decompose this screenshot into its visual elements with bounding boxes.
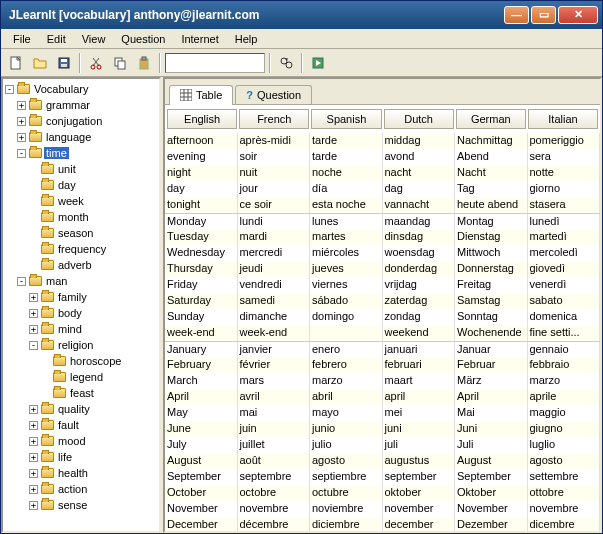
tree-toggle-icon[interactable]: + (29, 293, 38, 302)
tree-node-day[interactable]: day (5, 177, 157, 193)
tree-toggle-icon[interactable]: + (29, 405, 38, 414)
tree-toggle-icon[interactable]: + (29, 437, 38, 446)
table-row[interactable]: dayjourdíadagTaggiorno (165, 181, 600, 197)
tree-node-frequency[interactable]: frequency (5, 241, 157, 257)
tree-node-body[interactable]: +body (5, 305, 157, 321)
table-row[interactable]: OctoberoctobreoctubreoktoberOktoberottob… (165, 485, 600, 501)
tree-root[interactable]: -Vocabulary (5, 81, 157, 97)
column-header-english[interactable]: English (167, 109, 237, 129)
tree-node-conjugation[interactable]: +conjugation (5, 113, 157, 129)
tree-node-sense[interactable]: +sense (5, 497, 157, 513)
find-button[interactable] (275, 52, 297, 74)
tree-toggle-icon[interactable]: + (29, 325, 38, 334)
column-header-spanish[interactable]: Spanish (311, 109, 381, 129)
tree-toggle-icon[interactable]: - (17, 149, 26, 158)
vocabulary-table[interactable]: EnglishFrenchSpanishDutchGermanItalian a… (165, 105, 600, 531)
tree-node-horoscope[interactable]: horoscope (5, 353, 157, 369)
tree-node-life[interactable]: +life (5, 449, 157, 465)
tree-toggle-icon[interactable]: + (17, 101, 26, 110)
menu-help[interactable]: Help (227, 31, 266, 47)
table-row[interactable]: NovembernovembrenoviembrenovemberNovembe… (165, 501, 600, 517)
tree-toggle-icon[interactable]: - (29, 341, 38, 350)
new-button[interactable] (5, 52, 27, 74)
tree-sidebar[interactable]: -Vocabulary+grammar+conjugation+language… (1, 77, 161, 533)
tree-toggle-icon[interactable]: + (17, 133, 26, 142)
table-row[interactable]: JulyjuilletjuliojuliJuliluglio (165, 437, 600, 453)
tree-node-man[interactable]: -man (5, 273, 157, 289)
copy-button[interactable] (109, 52, 131, 74)
table-row[interactable]: week-endweek-endweekendWochenendefine se… (165, 325, 600, 341)
run-button[interactable] (307, 52, 329, 74)
column-header-italian[interactable]: Italian (528, 109, 598, 129)
tab-question[interactable]: ? Question (235, 85, 312, 104)
tree-node-week[interactable]: week (5, 193, 157, 209)
table-row[interactable]: AprilavrilabrilaprilAprilaprile (165, 389, 600, 405)
search-input[interactable] (165, 53, 265, 73)
menu-question[interactable]: Question (113, 31, 173, 47)
tree-node-family[interactable]: +family (5, 289, 157, 305)
maximize-button[interactable]: ▭ (531, 6, 556, 24)
tree-toggle-icon[interactable]: + (29, 421, 38, 430)
close-button[interactable]: ✕ (558, 6, 598, 24)
open-button[interactable] (29, 52, 51, 74)
paste-button[interactable] (133, 52, 155, 74)
table-row[interactable]: SeptemberseptembreseptiembreseptemberSep… (165, 469, 600, 485)
table-row[interactable]: JunejuinjuniojuniJunigiugno (165, 421, 600, 437)
table-row[interactable]: WednesdaymercredimiércoleswoensdagMittwo… (165, 245, 600, 261)
tree-node-action[interactable]: +action (5, 481, 157, 497)
table-row[interactable]: MaymaimayomeiMaimaggio (165, 405, 600, 421)
tree-node-grammar[interactable]: +grammar (5, 97, 157, 113)
tree-node-season[interactable]: season (5, 225, 157, 241)
tree-node-mind[interactable]: +mind (5, 321, 157, 337)
tree-toggle-icon[interactable]: + (29, 469, 38, 478)
table-row[interactable]: afternoonaprès-miditardemiddagNachmittag… (165, 133, 600, 149)
table-row[interactable]: JanuaryjanvierenerojanuariJanuargennaio (165, 341, 600, 357)
tree-node-unit[interactable]: unit (5, 161, 157, 177)
table-row[interactable]: SaturdaysamedisábadozaterdagSamstagsabat… (165, 293, 600, 309)
table-row[interactable]: ThursdayjeudijuevesdonderdagDonnerstaggi… (165, 261, 600, 277)
tree-toggle-icon[interactable]: + (29, 501, 38, 510)
tree-node-quality[interactable]: +quality (5, 401, 157, 417)
cut-button[interactable] (85, 52, 107, 74)
tree-node-adverb[interactable]: adverb (5, 257, 157, 273)
column-header-german[interactable]: German (456, 109, 526, 129)
table-row[interactable]: nightnuitnochenachtNachtnotte (165, 165, 600, 181)
table-row[interactable]: FridayvendrediviernesvrijdagFreitagvener… (165, 277, 600, 293)
table-row[interactable]: SundaydimanchedomingozondagSonntagdomeni… (165, 309, 600, 325)
tree-toggle-icon[interactable]: + (29, 309, 38, 318)
tab-table[interactable]: Table (169, 85, 233, 105)
menu-edit[interactable]: Edit (39, 31, 74, 47)
menu-view[interactable]: View (74, 31, 114, 47)
tree-node-language[interactable]: +language (5, 129, 157, 145)
table-row[interactable]: MondaylundilunesmaandagMontaglunedì (165, 213, 600, 229)
table-row[interactable]: tonightce soiresta nochevannachtheute ab… (165, 197, 600, 213)
tree-node-health[interactable]: +health (5, 465, 157, 481)
tree-node-fault[interactable]: +fault (5, 417, 157, 433)
tree-node-religion[interactable]: -religion (5, 337, 157, 353)
column-header-french[interactable]: French (239, 109, 309, 129)
table-row[interactable]: DecemberdécembrediciembredecemberDezembe… (165, 517, 600, 531)
table-cell: januari (383, 342, 456, 357)
table-row[interactable]: TuesdaymardimartesdinsdagDienstagmartedì (165, 229, 600, 245)
tree-node-mood[interactable]: +mood (5, 433, 157, 449)
menu-internet[interactable]: Internet (173, 31, 226, 47)
save-button[interactable] (53, 52, 75, 74)
menu-file[interactable]: File (5, 31, 39, 47)
table-row[interactable]: FebruaryfévrierfebrerofebruariFebruarfeb… (165, 357, 600, 373)
table-row[interactable]: AugustaoûtagostoaugustusAugustagosto (165, 453, 600, 469)
tree-toggle-icon[interactable]: - (17, 277, 26, 286)
tree-node-month[interactable]: month (5, 209, 157, 225)
minimize-button[interactable]: — (504, 6, 529, 24)
table-cell: août (238, 453, 311, 469)
table-row[interactable]: MarchmarsmarzomaartMärzmarzo (165, 373, 600, 389)
tree-node-feast[interactable]: feast (5, 385, 157, 401)
table-cell: April (455, 389, 528, 405)
table-row[interactable]: eveningsoirtardeavondAbendsera (165, 149, 600, 165)
tree-toggle-icon[interactable]: + (29, 453, 38, 462)
tree-node-legend[interactable]: legend (5, 369, 157, 385)
tree-toggle-icon[interactable]: - (5, 85, 14, 94)
column-header-dutch[interactable]: Dutch (384, 109, 454, 129)
tree-node-time[interactable]: -time (5, 145, 157, 161)
tree-toggle-icon[interactable]: + (29, 485, 38, 494)
tree-toggle-icon[interactable]: + (17, 117, 26, 126)
